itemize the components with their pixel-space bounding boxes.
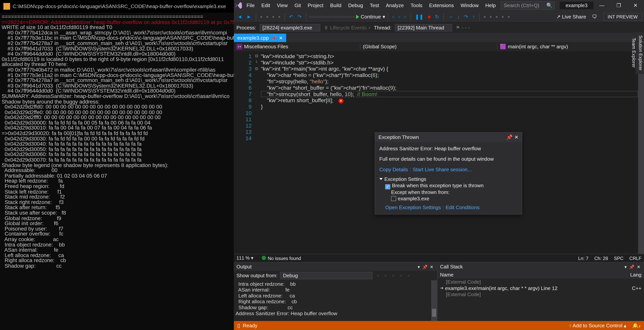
edit-conditions-link[interactable]: Edit Conditions [446,204,480,210]
add-source-control-button[interactable]: ↑ Add to Source Control ▴ [569,323,626,329]
save-all-icon[interactable]: ▫ [277,13,282,20]
menu-extensions[interactable]: Extensions [426,2,457,8]
menu-edit[interactable]: Edit [258,2,273,8]
scope-global[interactable]: (Global Scope) [360,44,497,50]
panel-close-icon[interactable]: ✕ [429,264,435,269]
menu-analyze[interactable]: Analyze [382,2,407,8]
wrap-icon[interactable]: ▫ [391,272,396,279]
copy-details-link[interactable]: Copy Details [379,167,408,172]
file-tab[interactable]: example3.cpp📌✕ [234,34,286,42]
solution-explorer-tab[interactable]: Solution Explorer [637,32,644,74]
except-item-checkbox[interactable] [391,196,396,201]
undo-icon[interactable]: ↶ [288,13,295,20]
output-source-combo[interactable]: Debug [280,272,373,279]
issues-label[interactable]: No issues found [262,256,301,261]
panel-pin-icon[interactable]: 📌 [421,264,428,269]
tasks-icon[interactable]: ▯ [237,323,240,329]
new-icon[interactable]: ▫ [259,13,264,20]
step-over-icon[interactable]: ↷ [462,13,470,20]
cs-col-name[interactable]: Name [440,272,630,278]
preview-badge[interactable]: INT PREVIEW [603,13,642,20]
snapshot-icon[interactable]: ▫ [494,13,500,20]
process-combo[interactable]: [28224] example3.exe [260,24,320,31]
show-next-icon[interactable]: → [446,13,455,20]
callstack-row[interactable]: ➜example3.exe!main(int argc, char * * ar… [438,285,644,291]
team-explorer-tab[interactable]: Team Explorer [630,32,637,74]
statusbar: ▯Ready↑ Add to Source Control ▴🔔₂ [234,321,644,330]
menu-git[interactable]: Git [291,2,304,8]
clear-icon[interactable]: ▫ [375,272,380,279]
line-pos[interactable]: Ln: 7 [578,256,588,261]
search-input[interactable]: Search (Ctrl+Q)🔍 [501,1,554,10]
live-share-button[interactable]: ↗ Live Share [556,14,586,20]
scope-function[interactable]: 🟪 main(int argc, char ** argv) [497,44,634,50]
output-body[interactable]: Intra object redzone: bb ASan internal: … [234,280,437,321]
feedback-icon[interactable]: 🗨 [592,14,597,20]
callstack-row[interactable]: [External Code] [438,278,644,285]
open-exception-settings-link[interactable]: Open Exception Settings [385,204,441,210]
toggle-icon[interactable]: ▫ [383,272,388,279]
step-out-icon[interactable]: ↑ [471,13,477,20]
platform-combo[interactable] [332,16,355,17]
open-icon[interactable]: ▫ [265,13,270,20]
callstack-panel-title[interactable]: Call Stack▾📌✕ [438,262,644,271]
eol-mode[interactable]: CRLF [629,256,642,261]
close-button[interactable]: ✕ [627,2,644,8]
continue-button[interactable]: Continue ▾ [356,14,385,20]
scope-file[interactable]: ++Miscellaneous Files [234,44,360,50]
menu-build[interactable]: Build [327,2,345,8]
notifications-icon[interactable]: 🔔₂ [632,323,641,329]
exception-settings-header[interactable]: Exception Settings [379,176,518,183]
break-checkbox[interactable]: ✓ [385,184,390,189]
step-into-icon[interactable]: ↓ [456,13,462,20]
error-glyph-icon[interactable]: ✕ [338,99,344,104]
indent-mode[interactable]: SPC [614,256,624,261]
tab-close-icon[interactable]: ✕ [279,35,283,41]
output-scrollbar[interactable] [431,280,437,321]
list-icon[interactable]: ▫ [398,272,404,279]
menu-tools[interactable]: Tools [407,2,426,8]
char-pos[interactable]: Ch: 28 [594,256,608,261]
menu-window[interactable]: Window [457,2,482,8]
step-back-icon[interactable]: ▫ [482,13,487,20]
zoom-combo[interactable]: 111 % ▾ [236,255,254,261]
menu-test[interactable]: Test [366,2,382,8]
cs-menu-icon[interactable]: ▾ [624,264,628,269]
pause-icon[interactable]: ❚❚ [413,13,425,20]
menu-project[interactable]: Project [304,2,327,8]
exception-pin-icon[interactable]: 📌 [506,134,513,141]
forward-icon[interactable]: ► [245,13,253,20]
menu-view[interactable]: View [274,2,291,8]
back-icon[interactable]: ◄ [236,13,244,20]
minimize-button[interactable]: — [594,2,610,8]
menu-debug[interactable]: Debug [345,2,366,8]
redo-icon[interactable]: ↷ [296,13,304,20]
maximize-button[interactable]: ❐ [610,2,627,8]
exception-close-icon[interactable]: ✕ [513,134,518,141]
panel-menu-icon[interactable]: ▾ [416,264,421,269]
cs-col-lang[interactable]: Lang [630,272,641,278]
start-live-share-link[interactable]: Start Live Share session... [413,167,472,172]
cs-pin-icon[interactable]: 📌 [628,264,636,269]
thread-combo[interactable]: [22392] Main Thread [395,24,452,31]
save-icon[interactable]: ▫ [271,13,276,20]
record-icon[interactable]: ▫ [506,13,512,20]
pin-icon[interactable]: 📌 [272,36,276,40]
output-panel-title[interactable]: Output▾📌✕ [234,262,437,271]
step-forward-icon[interactable]: ▫ [488,13,493,20]
callstack-row[interactable]: [External Code] [438,291,644,298]
restart-icon[interactable]: ↻ [433,13,441,20]
code-editor[interactable]: 1234567891011121314⊟└⊟"kw">#include "str… [234,51,644,254]
app-window-icon[interactable]: ▫ [391,13,396,20]
config-combo[interactable] [309,16,332,17]
menu-help[interactable]: Help [482,2,499,8]
frame-icon[interactable]: ▫ [500,13,506,20]
search-icon[interactable]: 🔍 [546,2,553,8]
screenshot-icon[interactable]: ▫ [403,13,408,20]
stop-output-icon[interactable]: ▫ [406,272,411,279]
menu-file[interactable]: File [243,2,258,8]
hot-reload-icon[interactable]: ▫ [397,13,402,20]
cs-close-icon[interactable]: ✕ [636,264,642,269]
stop-icon[interactable]: ■ [426,13,432,20]
exception-details: Full error details can be found in the o… [379,156,518,163]
